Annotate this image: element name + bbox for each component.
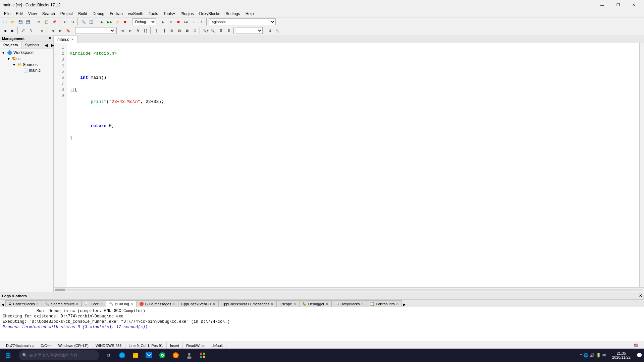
tb-debug-out[interactable]: ↑ xyxy=(198,18,205,25)
tb-next[interactable]: ▶ xyxy=(9,27,16,34)
tb-uncomment[interactable]: */ xyxy=(28,27,35,34)
taskbar-firefox[interactable] xyxy=(169,349,182,362)
close-button[interactable]: ✕ xyxy=(626,0,641,10)
menu-tools-plus[interactable]: Tools+ xyxy=(161,11,178,17)
menu-tools[interactable]: Tools xyxy=(146,11,161,17)
bottom-tab-scroll-left[interactable]: ◀ xyxy=(0,302,5,307)
bottom-tab-debugger[interactable]: 🐛 Debugger ✕ xyxy=(299,300,331,307)
tb-prev[interactable]: ◀ xyxy=(1,27,9,34)
taskbar-search-bar[interactable]: 🔍 xyxy=(19,350,99,360)
tab-fortraninfo-close[interactable]: ✕ xyxy=(396,302,399,306)
menu-plugins[interactable]: Plugins xyxy=(178,11,196,17)
taskbar-music[interactable] xyxy=(156,349,169,362)
tb-debug-step[interactable]: ↓ xyxy=(190,18,198,25)
taskbar-user[interactable] xyxy=(182,349,196,362)
notification-button[interactable]: 💬 xyxy=(634,349,644,362)
bottom-tab-buildlog[interactable]: 🔨 Build log ✕ xyxy=(106,300,136,307)
tab-symbols[interactable]: Symbols xyxy=(21,42,43,49)
start-button[interactable]: ⊞ xyxy=(0,349,16,362)
taskbar-explorer[interactable] xyxy=(129,349,142,362)
tb-new[interactable]: 📄 xyxy=(1,18,9,25)
tb-zoom-out[interactable]: 🔍- xyxy=(210,27,217,34)
tb-open[interactable]: 📂 xyxy=(9,18,16,25)
bottom-tab-doxyblocks[interactable]: 📖 DoxyBlocks ✕ xyxy=(331,300,367,307)
debug-mode-dropdown[interactable]: Debug Release xyxy=(132,18,156,25)
tb-match[interactable]: { } xyxy=(142,27,149,34)
tb-debug-stop[interactable]: ⏹ xyxy=(175,18,182,25)
tb-colsep3[interactable]: ⊞ xyxy=(168,27,175,34)
tb-tools-a[interactable]: ⚙ xyxy=(266,27,273,34)
search-scope-dropdown[interactable] xyxy=(236,27,263,34)
tb-bookmark-prev[interactable]: ⊲ xyxy=(49,27,56,34)
tb-paste[interactable]: 📌 xyxy=(51,18,58,25)
tb-comment[interactable]: /* xyxy=(20,27,27,34)
panel-tab-arrow-left[interactable]: ◀ xyxy=(43,42,49,49)
tb-undo[interactable]: ↩ xyxy=(61,18,69,25)
tab-codeblocks-close[interactable]: ✕ xyxy=(36,302,39,306)
tab-cppcheckmsg-close[interactable]: ✕ xyxy=(271,302,273,306)
tb-tools-b[interactable]: 🔧 xyxy=(274,27,281,34)
menu-edit[interactable]: Edit xyxy=(13,11,25,17)
scope-dropdown[interactable] xyxy=(75,27,115,34)
tb-copy[interactable]: 📋 xyxy=(43,18,50,25)
tb-cut[interactable]: ✂ xyxy=(35,18,43,25)
tab-cscope-close[interactable]: ✕ xyxy=(293,302,296,306)
fold-indicator-4[interactable]: - xyxy=(70,88,74,92)
menu-view[interactable]: View xyxy=(25,11,40,17)
taskbar-search-input[interactable] xyxy=(29,353,90,358)
tb-bookmark-next[interactable]: ⊳ xyxy=(57,27,64,34)
editor-tab-main-c[interactable]: main.c ✕ xyxy=(54,36,77,43)
tb-redo[interactable]: ↪ xyxy=(69,18,76,25)
menu-build[interactable]: Build xyxy=(75,11,90,17)
menu-file[interactable]: File xyxy=(1,11,13,17)
bottom-tab-cppcheck[interactable]: CppCheck/Vera++ ✕ xyxy=(178,300,218,307)
menu-search[interactable]: Search xyxy=(40,11,58,17)
bottom-panel-close[interactable]: ✕ xyxy=(639,294,642,298)
close-panel-button[interactable]: ✕ xyxy=(48,36,51,41)
tb-debug-run[interactable]: ▶ xyxy=(159,18,167,25)
tb-colsep6[interactable]: ⊡ xyxy=(191,27,199,34)
bottom-tab-cscope[interactable]: Cscope ✕ xyxy=(276,300,299,307)
tb-colsep5[interactable]: ⊠ xyxy=(183,27,191,34)
global-scope-dropdown[interactable]: <global> xyxy=(209,18,276,25)
tb-bookmark-toggle[interactable]: 🔖 xyxy=(64,27,72,34)
clock-area[interactable]: 21:35 2020/11/22 xyxy=(609,349,634,362)
taskbar-mail[interactable] xyxy=(142,349,156,362)
taskbar-edge[interactable] xyxy=(115,349,129,362)
tree-main-c[interactable]: 📄 main.c xyxy=(18,68,53,73)
minimize-button[interactable]: — xyxy=(595,0,610,10)
code-content[interactable]: #include <stdio.h> int main() -{ printf(… xyxy=(67,43,639,287)
tab-cppcheck-close[interactable]: ✕ xyxy=(213,302,215,306)
tb-jump-prev[interactable]: ⊲ xyxy=(119,27,126,34)
hscroll-thumb[interactable] xyxy=(55,289,65,291)
tb-build-run[interactable]: ⚡ xyxy=(114,18,121,25)
sys-tray-area[interactable]: ^ 🌐 🔊 🔋 中 xyxy=(577,349,609,362)
bottom-tab-buildmsg[interactable]: 🔴 Build messages ✕ xyxy=(136,300,178,307)
maximize-button[interactable]: ❐ xyxy=(610,0,626,10)
bottom-tab-search[interactable]: 🔍 Search results ✕ xyxy=(42,300,82,307)
menu-fortran[interactable]: Fortran xyxy=(107,11,125,17)
tb-scale-s[interactable]: S xyxy=(217,27,225,34)
taskbar-store[interactable] xyxy=(196,349,209,362)
tb-save[interactable]: 💾 xyxy=(17,18,24,25)
tb-run[interactable]: ▶▶ xyxy=(106,18,113,25)
tab-search-close[interactable]: ✕ xyxy=(76,302,78,306)
tb-colsep1[interactable]: | xyxy=(153,27,160,34)
menu-debug[interactable]: Debug xyxy=(90,11,107,17)
bottom-tab-fortraninfo[interactable]: 📋 Fortran info ✕ xyxy=(367,300,402,307)
tb-colsep4[interactable]: ⊟ xyxy=(176,27,183,34)
tb-jump-next[interactable]: ⊳ xyxy=(126,27,134,34)
tree-workspace[interactable]: ▼ 🔷 Workspace xyxy=(1,50,53,56)
bottom-tab-cccc[interactable]: 📊 Cccc ✕ xyxy=(82,300,106,307)
menu-project[interactable]: Project xyxy=(58,11,75,17)
tb-highlight[interactable]: A xyxy=(134,27,142,34)
tab-projects[interactable]: Projects xyxy=(0,42,21,49)
right-scrollbar[interactable] xyxy=(639,43,644,287)
bottom-tab-scroll-right[interactable]: ▶ xyxy=(402,302,407,307)
tab-doxyblocks-close[interactable]: ✕ xyxy=(361,302,364,306)
editor-tab-close[interactable]: ✕ xyxy=(71,38,74,41)
taskbar-task-view[interactable]: ⧉ xyxy=(102,349,115,362)
hscroll-track[interactable] xyxy=(55,289,643,291)
tab-debugger-close[interactable]: ✕ xyxy=(326,302,328,306)
menu-settings[interactable]: Settings xyxy=(223,11,243,17)
